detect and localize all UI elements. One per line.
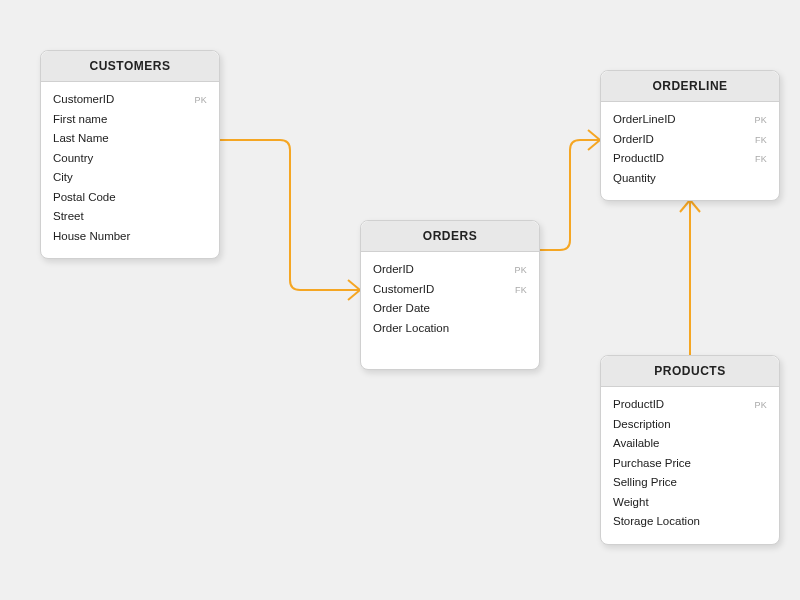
svg-line-0 xyxy=(348,280,360,290)
field-key: PK xyxy=(754,113,767,128)
field-row: City xyxy=(53,168,207,188)
field-row: First name xyxy=(53,110,207,130)
field-row: ProductIDFK xyxy=(613,149,767,169)
field-name: Purchase Price xyxy=(613,454,691,474)
field-row: Order Date xyxy=(373,299,527,319)
field-name: House Number xyxy=(53,227,130,247)
field-name: Country xyxy=(53,149,93,169)
field-name: Quantity xyxy=(613,169,656,189)
field-name: Postal Code xyxy=(53,188,116,208)
field-name: OrderID xyxy=(373,260,414,280)
field-row: Purchase Price xyxy=(613,454,767,474)
field-row: Quantity xyxy=(613,169,767,189)
field-name: Order Location xyxy=(373,319,449,339)
field-row: House Number xyxy=(53,227,207,247)
field-name: Available xyxy=(613,434,659,454)
entity-orders[interactable]: ORDERS OrderIDPK CustomerIDFK Order Date… xyxy=(360,220,540,370)
field-name: Order Date xyxy=(373,299,430,319)
entity-orderline[interactable]: ORDERLINE OrderLineIDPK OrderIDFK Produc… xyxy=(600,70,780,201)
field-name: ProductID xyxy=(613,395,664,415)
field-row: Country xyxy=(53,149,207,169)
svg-line-7 xyxy=(690,200,700,212)
field-name: ProductID xyxy=(613,149,664,169)
field-row: Weight xyxy=(613,493,767,513)
field-key: FK xyxy=(755,133,767,148)
svg-line-4 xyxy=(588,140,600,150)
field-row: OrderIDFK xyxy=(613,130,767,150)
field-row: Selling Price xyxy=(613,473,767,493)
field-row: Street xyxy=(53,207,207,227)
field-key: PK xyxy=(194,93,207,108)
field-name: First name xyxy=(53,110,107,130)
field-name: CustomerID xyxy=(373,280,434,300)
field-key: FK xyxy=(515,283,527,298)
field-row: Order Location xyxy=(373,319,527,339)
field-row: Postal Code xyxy=(53,188,207,208)
entity-customers[interactable]: CUSTOMERS CustomerIDPK First name Last N… xyxy=(40,50,220,259)
field-row: Last Name xyxy=(53,129,207,149)
field-key: FK xyxy=(755,152,767,167)
field-name: Selling Price xyxy=(613,473,677,493)
entity-products[interactable]: PRODUCTS ProductIDPK Description Availab… xyxy=(600,355,780,545)
field-name: City xyxy=(53,168,73,188)
field-row: Description xyxy=(613,415,767,435)
field-row: CustomerIDFK xyxy=(373,280,527,300)
field-row: Available xyxy=(613,434,767,454)
field-row: CustomerIDPK xyxy=(53,90,207,110)
field-row: OrderIDPK xyxy=(373,260,527,280)
field-name: OrderLineID xyxy=(613,110,676,130)
field-name: Street xyxy=(53,207,84,227)
field-name: Weight xyxy=(613,493,649,513)
field-name: Last Name xyxy=(53,129,109,149)
field-name: Description xyxy=(613,415,671,435)
field-row: OrderLineIDPK xyxy=(613,110,767,130)
entity-title: ORDERLINE xyxy=(601,71,779,102)
entity-fields: CustomerIDPK First name Last Name Countr… xyxy=(41,82,219,258)
field-key: PK xyxy=(514,263,527,278)
entity-title: PRODUCTS xyxy=(601,356,779,387)
entity-fields: OrderIDPK CustomerIDFK Order Date Order … xyxy=(361,252,539,350)
svg-line-3 xyxy=(588,130,600,140)
svg-line-6 xyxy=(680,200,690,212)
field-name: CustomerID xyxy=(53,90,114,110)
field-name: OrderID xyxy=(613,130,654,150)
svg-line-1 xyxy=(348,290,360,300)
entity-title: CUSTOMERS xyxy=(41,51,219,82)
field-row: ProductIDPK xyxy=(613,395,767,415)
field-name: Storage Location xyxy=(613,512,700,532)
entity-fields: ProductIDPK Description Available Purcha… xyxy=(601,387,779,544)
field-row: Storage Location xyxy=(613,512,767,532)
entity-fields: OrderLineIDPK OrderIDFK ProductIDFK Quan… xyxy=(601,102,779,200)
field-key: PK xyxy=(754,398,767,413)
entity-title: ORDERS xyxy=(361,221,539,252)
